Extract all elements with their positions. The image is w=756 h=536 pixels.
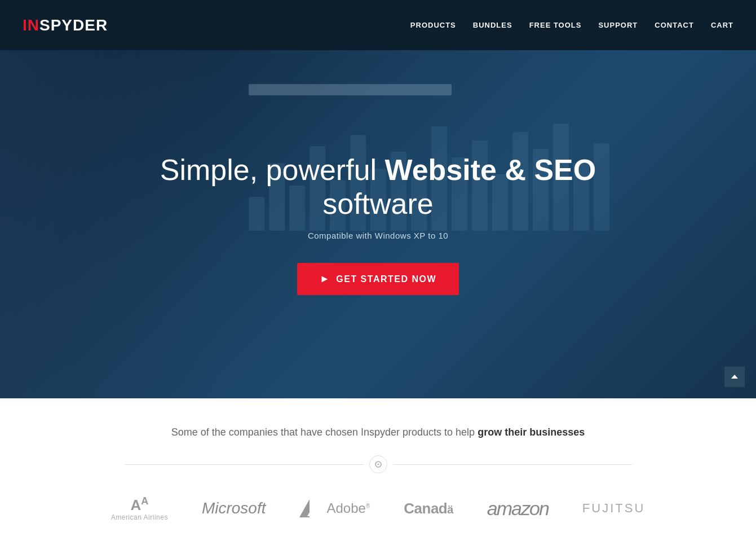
hero-title-prefix: Simple, powerful <box>160 153 385 186</box>
nav-contact[interactable]: CONTACT <box>655 21 694 29</box>
nav-free-tools[interactable]: FREE TOOLS <box>529 21 582 29</box>
wrench-icon <box>374 460 382 468</box>
american-airlines-label: American Airlines <box>111 513 168 521</box>
nav-cart[interactable]: CART <box>711 21 733 29</box>
canada-wordmark: Canadä <box>404 500 453 517</box>
logo-suffix: SPYDER <box>39 16 108 34</box>
amazon-wordmark: amazon <box>487 498 549 519</box>
adobe-icon <box>299 499 310 517</box>
divider-line-left <box>125 464 364 465</box>
logo-in: IN <box>23 16 39 34</box>
microsoft-wordmark: Microsoft <box>202 499 266 517</box>
chevron-up-icon <box>730 372 739 381</box>
hero-title-suffix: software <box>322 187 434 220</box>
nav-bundles[interactable]: BUNDLES <box>473 21 512 29</box>
hero-section: Simple, powerful Website & SEO software … <box>0 50 756 398</box>
nav-support[interactable]: SUPPORT <box>598 21 638 29</box>
tagline-bold: grow their businesses <box>478 427 585 438</box>
adobe-inner <box>307 508 312 516</box>
logo-adobe: Adobe® <box>299 499 370 517</box>
hero-subtitle: Compatible with Windows XP to 10 <box>147 231 609 240</box>
logo-fujitsu: FUJITSU <box>582 501 645 516</box>
nav-products[interactable]: PRODUCTS <box>410 21 456 29</box>
header: INSPYDER PRODUCTS BUNDLES FREE TOOLS SUP… <box>0 0 756 50</box>
section-divider <box>125 455 632 473</box>
fujitsu-wordmark: FUJITSU <box>582 501 645 515</box>
logo-canada: Canadä <box>404 500 453 517</box>
companies-tagline: Some of the companies that have chosen I… <box>23 427 733 438</box>
logo-amazon: amazon <box>487 498 549 520</box>
aa-symbol: AA <box>130 496 148 512</box>
hero-title: Simple, powerful Website & SEO software <box>147 153 609 221</box>
company-logos-container: AA American Airlines Microsoft Adobe® Ca… <box>23 496 733 521</box>
logo-microsoft: Microsoft <box>202 499 266 517</box>
hero-title-bold: Website & SEO <box>385 153 596 186</box>
adobe-wordmark: Adobe® <box>326 500 370 516</box>
main-nav: PRODUCTS BUNDLES FREE TOOLS SUPPORT CONT… <box>410 21 733 29</box>
chart-bar-top <box>249 84 452 95</box>
companies-section: Some of the companies that have chosen I… <box>0 398 756 536</box>
logo[interactable]: INSPYDER <box>23 16 108 34</box>
cta-button[interactable]: ► GET STARTED NOW <box>297 263 459 295</box>
logo-american-airlines: AA American Airlines <box>111 496 168 521</box>
cta-label: GET STARTED NOW <box>336 274 436 284</box>
divider-line-right <box>393 464 632 465</box>
scroll-up-button[interactable] <box>724 367 745 387</box>
divider-icon <box>369 455 387 473</box>
adobe-triangle <box>299 499 310 517</box>
hero-content: Simple, powerful Website & SEO software … <box>125 153 632 296</box>
arrow-icon: ► <box>320 273 330 285</box>
tagline-prefix: Some of the companies that have chosen I… <box>171 427 478 438</box>
